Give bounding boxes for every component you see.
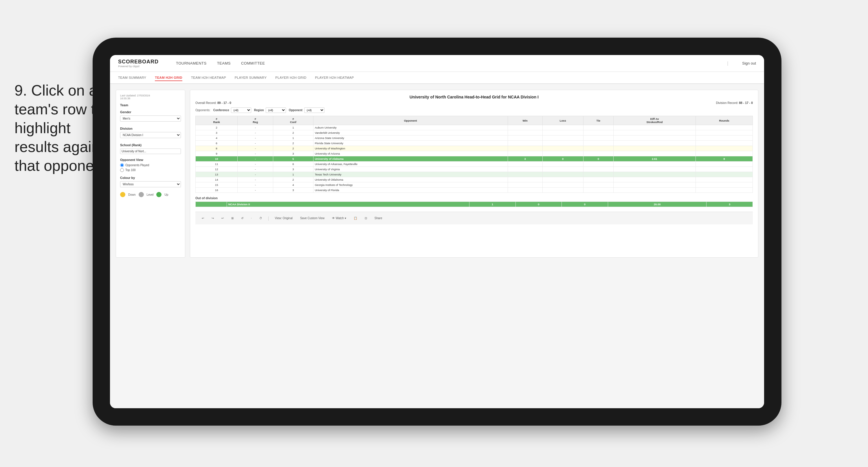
logo-title: SCOREBOARD — [118, 59, 159, 65]
opponents-played-option[interactable]: Opponents Played — [120, 163, 181, 167]
redo-button[interactable]: ↪ — [210, 216, 216, 221]
division-select[interactable]: NCAA Division I — [120, 132, 181, 138]
refresh-button[interactable]: ↺ — [239, 216, 245, 221]
overall-record-label: Overall Record: — [195, 101, 216, 105]
table-row[interactable]: 12-3 University of Virginia — [196, 167, 753, 172]
back-button[interactable]: ↩ — [220, 216, 225, 221]
division-record-value: 88 - 17 - 0 — [739, 101, 753, 105]
table-row[interactable]: 15-4 Georgia Institute of Technology — [196, 182, 753, 187]
grid-panel: University of North Carolina Head-to-Hea… — [190, 90, 758, 258]
timer-button[interactable]: ⏱ — [257, 216, 264, 221]
sub-nav-player-h2h-heatmap[interactable]: PLAYER H2H HEATMAP — [315, 75, 354, 81]
watch-button[interactable]: 👁 Watch ▾ — [330, 216, 348, 221]
sign-out-link[interactable]: Sign out — [742, 61, 756, 65]
sub-nav-team-h2h-heatmap[interactable]: TEAM H2H HEATMAP — [191, 75, 226, 81]
opponents-played-label: Opponents Played — [125, 164, 149, 167]
school-label: School (Rank) — [120, 143, 181, 147]
nav-committee[interactable]: COMMITTEE — [241, 60, 265, 66]
undo-button[interactable]: ↩ — [200, 216, 206, 221]
logo-subtitle: Powered by clippd — [118, 65, 159, 68]
table-row[interactable]: 16-3 University of Florida — [196, 187, 753, 193]
th-win: Win — [508, 116, 542, 125]
region-filter-label: Region — [254, 109, 264, 112]
conference-filter-select[interactable]: (All) — [231, 108, 251, 113]
sub-nav-team-h2h-grid[interactable]: TEAM H2H GRID — [155, 75, 182, 81]
legend-row: Down Level Up — [120, 192, 181, 197]
table-row-selected[interactable]: 10-5 University of Alabama 300 2.618 — [196, 156, 753, 162]
th-reg: #Reg — [238, 116, 273, 125]
legend-level-dot — [138, 192, 144, 197]
top-nav: SCOREBOARD Powered by clippd TOURNAMENTS… — [110, 55, 764, 72]
table-row[interactable]: 8-2 University of Washington — [196, 146, 753, 151]
last-updated-label: Last Updated: 27/03/2024 — [120, 94, 150, 97]
nav-teams[interactable]: TEAMS — [217, 60, 231, 66]
opponent-filter-label: Opponent — [289, 109, 303, 112]
sub-nav-player-h2h-grid[interactable]: PLAYER H2H GRID — [275, 75, 306, 81]
clipboard-button[interactable]: 📋 — [352, 216, 359, 221]
h2h-table: #Rank #Reg #Conf Opponent Win Loss Tie D… — [195, 116, 753, 193]
gender-select[interactable]: Men's — [120, 116, 181, 122]
filter-row: Opponents: Conference (All) Region (All) — [195, 108, 753, 113]
out-of-division-row[interactable]: NCAA Division II 1 0 0 26.00 3 — [196, 202, 753, 207]
th-loss: Loss — [542, 116, 583, 125]
colour-by-select[interactable]: Win/loss — [120, 181, 181, 187]
sub-nav-team-summary[interactable]: TEAM SUMMARY — [118, 75, 146, 81]
share-button[interactable]: Share — [373, 216, 384, 221]
out-of-division-title: Out of division — [195, 196, 753, 200]
legend-down-label: Down — [128, 193, 136, 196]
table-row[interactable]: 4-1 Arizona State University — [196, 136, 753, 141]
opponents-filter-label: Opponents: — [195, 109, 210, 112]
logo-area: SCOREBOARD Powered by clippd — [118, 59, 159, 68]
table-row[interactable]: 2-1 Auburn University — [196, 125, 753, 130]
overall-record: Overall Record: 89 - 17 - 0 — [195, 101, 231, 105]
dot-button[interactable]: · — [249, 216, 253, 221]
out-of-division-table: NCAA Division II 1 0 0 26.00 3 — [195, 202, 753, 207]
th-rounds: Rounds — [696, 116, 753, 125]
table-row[interactable]: 3-2 Vanderbilt University — [196, 130, 753, 136]
tablet-screen: SCOREBOARD Powered by clippd TOURNAMENTS… — [110, 55, 764, 408]
top100-label: Top 100 — [125, 169, 136, 172]
grid-button[interactable]: ⊞ — [229, 216, 235, 221]
region-filter: Region (All) — [254, 108, 286, 113]
last-updated-time: 16:55:38 — [120, 97, 130, 100]
legend-up-label: Up — [164, 193, 168, 196]
table-row[interactable]: 6-2 Florida State University — [196, 141, 753, 146]
th-diff: Diff AvStrokes/Rnd — [613, 116, 695, 125]
table-row[interactable]: 11-6 University of Arkansas, Fayettevill… — [196, 162, 753, 167]
last-updated: Last Updated: 27/03/2024 16:55:38 — [120, 94, 181, 100]
table-row[interactable]: 13-1 Texas Tech University — [196, 172, 753, 177]
nav-tournaments[interactable]: TOURNAMENTS — [176, 60, 207, 66]
nav-divider: | — [727, 61, 728, 66]
opponent-view-title: Opponent View — [120, 158, 181, 162]
grid-title: University of North Carolina Head-to-Hea… — [195, 95, 753, 99]
th-tie: Tie — [583, 116, 613, 125]
view-original-button[interactable]: View: Original — [273, 216, 294, 221]
th-opponent: Opponent — [313, 116, 508, 125]
region-filter-select[interactable]: (All) — [266, 108, 286, 113]
th-conf: #Conf — [273, 116, 313, 125]
bottom-toolbar: ↩ ↪ ↩ ⊞ ↺ · ⏱ | View: Original Save Cust… — [195, 212, 753, 224]
conference-filter: Conference (All) — [213, 108, 251, 113]
colour-by-title: Colour by — [120, 176, 181, 179]
record-row: Overall Record: 89 - 17 - 0 Division Rec… — [195, 101, 753, 105]
sub-nav-player-summary[interactable]: PLAYER SUMMARY — [235, 75, 267, 81]
main-content: Last Updated: 27/03/2024 16:55:38 Team G… — [110, 84, 764, 408]
legend-up-dot — [156, 192, 161, 197]
legend-level-label: Level — [147, 193, 154, 196]
table-row[interactable]: 14-2 University of Oklahoma — [196, 177, 753, 182]
tablet-frame: SCOREBOARD Powered by clippd TOURNAMENTS… — [93, 38, 781, 426]
table-row[interactable]: 9-3 University of Arizona — [196, 151, 753, 156]
nav-links: TOURNAMENTS TEAMS COMMITTEE — [176, 60, 715, 66]
top100-option[interactable]: Top 100 — [120, 168, 181, 172]
division-label: Division — [120, 127, 181, 130]
opponent-filter: Opponent (All) — [289, 108, 324, 113]
save-custom-view-button[interactable]: Save Custom View — [299, 216, 326, 221]
opponent-filter-select[interactable]: (All) — [304, 108, 324, 113]
conference-filter-label: Conference — [213, 109, 229, 112]
table-header-row: #Rank #Reg #Conf Opponent Win Loss Tie D… — [196, 116, 753, 125]
team-section-title: Team — [120, 104, 181, 107]
layout-button[interactable]: ⊡ — [363, 216, 369, 221]
school-input[interactable] — [120, 148, 181, 154]
th-rank: #Rank — [196, 116, 238, 125]
division-record: Division Record: 88 - 17 - 0 — [716, 101, 753, 105]
